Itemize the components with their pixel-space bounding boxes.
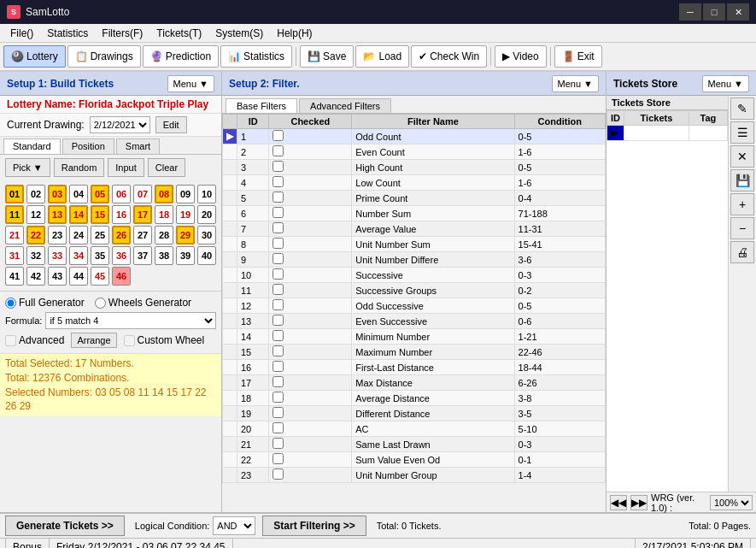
filter-checked[interactable]: [269, 452, 352, 468]
minimize-button[interactable]: ─: [679, 3, 701, 21]
num-31[interactable]: 31: [5, 246, 24, 265]
num-08[interactable]: 08: [155, 185, 173, 203]
num-12[interactable]: 12: [26, 205, 45, 224]
input-btn[interactable]: Input: [108, 158, 144, 177]
num-30[interactable]: 30: [197, 226, 216, 245]
rt-print-btn[interactable]: 🖨: [730, 241, 754, 263]
num-04[interactable]: 04: [69, 185, 88, 203]
num-21[interactable]: 21: [5, 226, 24, 245]
num-40[interactable]: 40: [197, 246, 216, 265]
num-01[interactable]: 01: [5, 185, 24, 203]
filter-checked[interactable]: [269, 406, 352, 421]
wheels-generator-input[interactable]: [95, 298, 106, 309]
rt-add-btn[interactable]: +: [730, 193, 754, 215]
filter-checked[interactable]: [269, 191, 352, 206]
filter-checked[interactable]: [269, 144, 352, 160]
filter-checked[interactable]: [269, 252, 352, 268]
num-45[interactable]: 45: [91, 267, 109, 286]
toolbar-drawings[interactable]: 📋 Drawings: [67, 45, 141, 68]
logical-condition-select[interactable]: AND OR: [213, 516, 255, 535]
num-15[interactable]: 15: [91, 205, 109, 224]
num-46[interactable]: 46: [112, 267, 131, 286]
filter-checked[interactable]: [269, 268, 352, 283]
toolbar-load[interactable]: 📂 Load: [355, 45, 409, 68]
tab-standard[interactable]: Standard: [3, 138, 61, 154]
filter-checked[interactable]: [269, 221, 352, 237]
num-38[interactable]: 38: [155, 246, 173, 265]
random-btn[interactable]: Random: [54, 158, 105, 177]
num-25[interactable]: 25: [91, 226, 109, 245]
toolbar-prediction[interactable]: 🔮 Prediction: [143, 45, 219, 68]
num-13[interactable]: 13: [48, 205, 67, 224]
num-24[interactable]: 24: [69, 226, 88, 245]
filter-checked[interactable]: [269, 298, 352, 314]
wrg-prev-btn[interactable]: ◀◀: [610, 495, 627, 510]
filter-checked[interactable]: [269, 421, 352, 437]
close-button[interactable]: ✕: [727, 3, 749, 21]
filter-checked[interactable]: [269, 206, 352, 221]
tab-smart[interactable]: Smart: [116, 138, 160, 154]
advanced-checkbox[interactable]: Advanced: [5, 334, 64, 346]
custom-wheel-input[interactable]: [124, 335, 135, 346]
custom-wheel-checkbox[interactable]: Custom Wheel: [124, 334, 205, 346]
num-11[interactable]: 11: [5, 205, 24, 224]
setup2-menu-btn[interactable]: Menu ▼: [552, 75, 599, 92]
tickets-store-table-area[interactable]: ID Tickets Tag ▶: [607, 110, 728, 492]
toolbar-statistics[interactable]: 📊 Statistics: [220, 45, 292, 68]
filter-checked[interactable]: [269, 175, 352, 191]
tickets-store-menu-btn[interactable]: Menu ▼: [702, 75, 749, 92]
menu-file[interactable]: File(): [3, 26, 40, 41]
clear-btn[interactable]: Clear: [148, 158, 185, 177]
num-36[interactable]: 36: [112, 246, 131, 265]
generate-tickets-btn[interactable]: Generate Tickets >>: [5, 516, 125, 536]
rt-delete-btn[interactable]: ✕: [730, 145, 754, 168]
filter-checked[interactable]: [269, 283, 352, 298]
toolbar-video[interactable]: ▶ Video: [495, 45, 546, 68]
num-35[interactable]: 35: [91, 246, 109, 265]
rt-save-btn[interactable]: 💾: [730, 169, 754, 192]
num-19[interactable]: 19: [176, 205, 195, 224]
filter-checked[interactable]: [269, 360, 352, 375]
num-22[interactable]: 22: [26, 226, 45, 245]
filter-checked[interactable]: [269, 375, 352, 391]
setup1-menu-btn[interactable]: Menu ▼: [167, 75, 214, 92]
num-14[interactable]: 14: [69, 205, 88, 224]
edit-button[interactable]: Edit: [155, 116, 187, 133]
num-26[interactable]: 26: [112, 226, 131, 245]
toolbar-lottery[interactable]: 🎱 Lottery: [3, 45, 66, 68]
wheels-generator-radio[interactable]: Wheels Generator: [95, 297, 191, 309]
num-43[interactable]: 43: [48, 267, 67, 286]
arrange-btn[interactable]: Arrange: [71, 333, 116, 348]
num-09[interactable]: 09: [176, 185, 195, 203]
filter-checked[interactable]: [269, 329, 352, 345]
tab-advanced-filters[interactable]: Advanced Filters: [299, 98, 391, 113]
full-generator-radio[interactable]: Full Generator: [5, 297, 85, 309]
num-44[interactable]: 44: [69, 267, 88, 286]
menu-statistics[interactable]: Statistics: [40, 26, 95, 41]
num-06[interactable]: 06: [112, 185, 131, 203]
num-16[interactable]: 16: [112, 205, 131, 224]
filter-checked[interactable]: [269, 437, 352, 452]
zoom-select[interactable]: 100% 50% 75% 125% 150%: [710, 495, 753, 510]
start-filtering-btn[interactable]: Start Filtering >>: [262, 516, 366, 536]
num-29[interactable]: 29: [176, 226, 195, 245]
menu-tickets[interactable]: Tickets(T): [149, 26, 208, 41]
menu-system[interactable]: System(S): [208, 26, 270, 41]
num-42[interactable]: 42: [26, 267, 45, 286]
filter-table-wrapper[interactable]: ID Checked Filter Name Condition ▶ 1 Odd…: [222, 114, 606, 512]
rt-edit-btn[interactable]: ✎: [730, 97, 754, 120]
menu-help[interactable]: Help(H): [270, 26, 319, 41]
num-10[interactable]: 10: [197, 185, 216, 203]
pick-btn[interactable]: Pick ▼: [5, 158, 50, 177]
advanced-checkbox-input[interactable]: [5, 335, 16, 346]
filter-checked[interactable]: [269, 129, 352, 144]
num-05[interactable]: 05: [91, 185, 109, 203]
filter-checked[interactable]: [269, 345, 352, 360]
num-37[interactable]: 37: [133, 246, 152, 265]
full-generator-input[interactable]: [5, 298, 16, 309]
num-34[interactable]: 34: [69, 246, 88, 265]
filter-checked[interactable]: [269, 391, 352, 406]
num-33[interactable]: 33: [48, 246, 67, 265]
filter-checked[interactable]: [269, 314, 352, 329]
filter-checked[interactable]: [269, 468, 352, 483]
